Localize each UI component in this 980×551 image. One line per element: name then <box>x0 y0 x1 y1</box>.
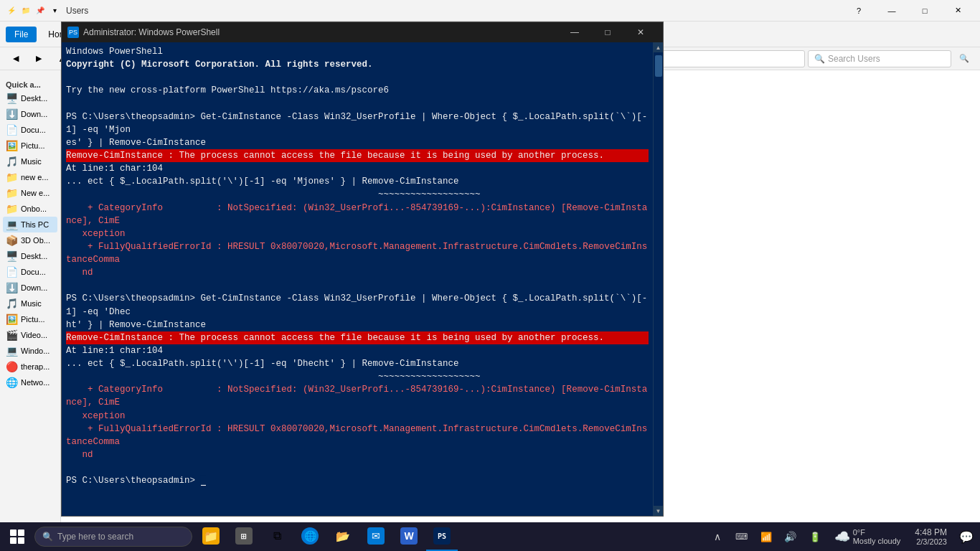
edge-app-icon: 🌐 <box>301 527 319 545</box>
ps-window-title: Administrator: Windows PowerShell <box>83 27 554 37</box>
taskbar-app-outlook[interactable]: ✉ <box>360 522 392 551</box>
quick-access-icon: ⚡ <box>6 5 17 17</box>
sidebar-item-3d[interactable]: 📦 3D Ob... <box>3 232 57 248</box>
explorer-maximize-button[interactable]: □ <box>908 0 941 22</box>
sidebar-item-onboarding[interactable]: 📁 Onbo... <box>3 201 57 217</box>
ps-cat-1: + CategoryInfo : NotSpecified: (Win32_Us… <box>66 202 649 227</box>
powershell-window: PS Administrator: Windows PowerShell — □… <box>61 22 664 517</box>
fileexplorer2-app-icon: 📂 <box>334 527 352 545</box>
sidebar-item-network[interactable]: 🌐 Netwo... <box>3 375 57 390</box>
explorer-minimize-button[interactable]: — <box>875 0 908 22</box>
taskbar-app-edge[interactable]: 🌐 <box>294 522 326 551</box>
taskbar-app-taskview[interactable]: ⧉ <box>261 522 293 551</box>
pictures-icon: 🖼️ <box>6 140 18 151</box>
sidebar-documents-label: Docu... <box>21 126 46 134</box>
ps-ctx-2: ... ect { $_.LocalPath.split('\')[-1] -e… <box>66 357 649 370</box>
tray-keyboard[interactable]: ⌨ <box>731 522 753 551</box>
sidebar-downloads-label: Down... <box>21 110 47 118</box>
sidebar-item-music[interactable]: 🎵 Music <box>3 154 57 169</box>
ps-maximize-button[interactable]: □ <box>591 22 624 42</box>
sidebar: Quick a... 🖥️ Deskt... ⬇️ Down... 📄 Docu… <box>0 70 61 534</box>
explorer-window-controls: ? — □ ✕ <box>842 0 974 22</box>
ps-minimize-button[interactable]: — <box>558 22 591 42</box>
taskbar-search[interactable]: 🔍 Type here to search <box>34 527 192 547</box>
sidebar-item-desktop[interactable]: 🖥️ Deskt... <box>3 90 57 106</box>
sidebar-network-label: Netwo... <box>21 378 50 387</box>
weather-temp: 0°F <box>853 528 901 537</box>
help-icon[interactable]: ? <box>842 0 875 22</box>
ps-close-button[interactable]: ✕ <box>624 22 657 42</box>
notification-button[interactable]: 💬 <box>956 522 977 551</box>
ps-scrollbar[interactable]: ▲ ▼ <box>653 42 663 516</box>
onboarding-icon: 📁 <box>6 203 18 215</box>
titlebar-icons: ⚡ 📁 📌 ▾ <box>6 5 60 17</box>
music-icon: 🎵 <box>6 156 18 167</box>
sidebar-item-therapy[interactable]: 🔴 therap... <box>3 359 57 375</box>
start-button[interactable] <box>0 522 34 551</box>
taskbar-tray: ∧ ⌨ 📶 🔊 🔋 ☁️ 0°F Mostly cloudy 4:48 PM 2… <box>707 522 980 551</box>
clock-date: 2/3/2023 <box>916 537 947 546</box>
sidebar-item-new-folder2[interactable]: 📁 New e... <box>3 185 57 201</box>
taskbar-app-fileexplorer2[interactable]: 📂 <box>327 522 359 551</box>
ps-scroll-down-button[interactable]: ▼ <box>654 506 664 516</box>
sidebar-item-desktop2[interactable]: 🖥️ Deskt... <box>3 248 57 264</box>
sidebar-this-pc-label: This PC <box>21 220 49 229</box>
sidebar-item-videos[interactable]: 🎬 Video... <box>3 327 57 343</box>
ps-line-1: Windows PowerShell <box>66 45 649 58</box>
tray-battery[interactable]: 🔋 <box>804 522 826 551</box>
sidebar-folder2-label: New e... <box>21 189 50 197</box>
taskbar-app-word[interactable]: W <box>393 522 425 551</box>
search-bar[interactable]: 🔍 Search Users <box>808 50 951 67</box>
explorer-close-button[interactable]: ✕ <box>941 0 974 22</box>
sidebar-item-downloads[interactable]: ⬇️ Down... <box>3 106 57 122</box>
sidebar-folder1-label: new e... <box>21 173 49 182</box>
sidebar-item-documents[interactable]: 📄 Docu... <box>3 122 57 138</box>
sidebar-quick-access-header: Quick a... <box>3 76 57 90</box>
ps-scroll-up-button[interactable]: ▲ <box>654 42 664 52</box>
taskbar-app-explorer[interactable]: 📁 <box>195 522 227 551</box>
ps-cat-2b: xception <box>66 410 649 423</box>
ps-scroll-track[interactable] <box>654 52 664 506</box>
taskview-app-icon: ⧉ <box>268 527 286 545</box>
tray-network[interactable]: 📶 <box>755 522 777 551</box>
sidebar-documents2-label: Docu... <box>21 268 46 276</box>
nav-back-button[interactable]: ◀ <box>6 50 26 67</box>
desktop-icon: 🖥️ <box>6 93 18 104</box>
explorer-title: Users <box>66 6 842 16</box>
sidebar-item-new-folder1[interactable]: 📁 new e... <box>3 169 57 185</box>
sidebar-item-this-pc[interactable]: 💻 This PC <box>3 217 57 232</box>
sidebar-desktop-label: Deskt... <box>21 94 47 103</box>
ps-fqid-2b: nd <box>66 448 649 461</box>
sidebar-videos-label: Video... <box>21 331 47 339</box>
folder-icon: 📁 <box>20 5 32 17</box>
documents-icon: 📄 <box>6 124 18 136</box>
sidebar-music-label: Music <box>21 157 42 166</box>
sidebar-item-music2[interactable]: 🎵 Music <box>3 296 57 311</box>
ps-content-wrap: Windows PowerShell Copyright (C) Microso… <box>62 42 663 516</box>
sidebar-item-documents2[interactable]: 📄 Docu... <box>3 264 57 280</box>
down-arrow-icon: ▾ <box>49 5 60 17</box>
taskbar-app-powershell[interactable]: PS <box>426 522 458 551</box>
sidebar-item-windows[interactable]: 💻 Windo... <box>3 343 57 359</box>
ps-line-4: Try the new cross-platform PowerShell ht… <box>66 84 649 97</box>
clock-widget[interactable]: 4:48 PM 2/3/2023 <box>909 522 953 551</box>
ps-app-icon: PS <box>67 27 79 38</box>
sidebar-windows-label: Windo... <box>21 347 50 355</box>
sidebar-item-downloads2[interactable]: ⬇️ Down... <box>3 280 57 296</box>
clock-time: 4:48 PM <box>915 527 947 537</box>
videos-icon: 🎬 <box>6 329 18 341</box>
calculator-app-icon: ⊞ <box>235 527 253 545</box>
ps-scroll-thumb[interactable] <box>655 55 662 77</box>
tray-chevron[interactable]: ∧ <box>707 522 728 551</box>
ps-line-5 <box>66 98 649 110</box>
sidebar-item-pictures[interactable]: 🖼️ Pictu... <box>3 138 57 154</box>
weather-widget[interactable]: ☁️ 0°F Mostly cloudy <box>829 522 907 551</box>
taskbar-app-calculator[interactable]: ⊞ <box>228 522 260 551</box>
search-submit-button[interactable]: 🔍 <box>954 50 974 67</box>
nav-forward-button[interactable]: ▶ <box>29 50 49 67</box>
tray-volume[interactable]: 🔊 <box>780 522 801 551</box>
pin-icon: 📌 <box>34 5 46 17</box>
ribbon-tab-file[interactable]: File <box>6 27 37 42</box>
ps-terminal[interactable]: Windows PowerShell Copyright (C) Microso… <box>62 42 653 516</box>
sidebar-item-pictures2[interactable]: 🖼️ Pictu... <box>3 311 57 327</box>
